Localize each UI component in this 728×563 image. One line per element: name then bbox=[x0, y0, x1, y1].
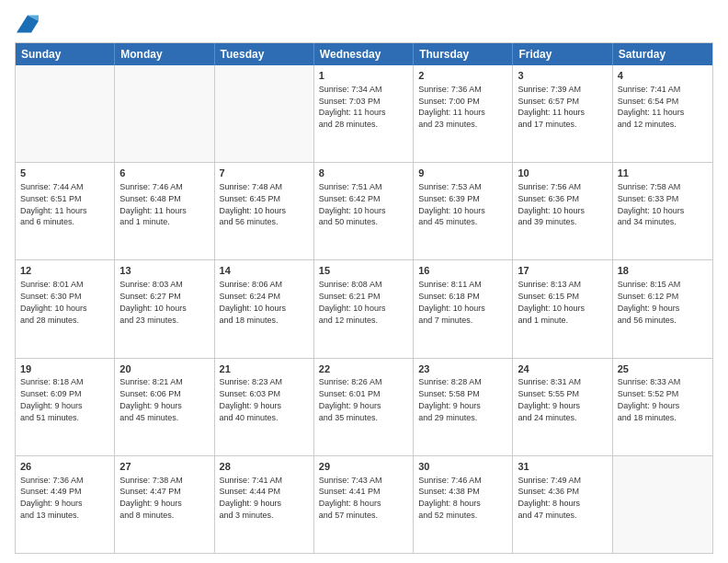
cell-text: Sunrise: 8:06 AM Sunset: 6:24 PM Dayligh… bbox=[220, 280, 287, 324]
calendar-cell: 11Sunrise: 7:58 AM Sunset: 6:33 PM Dayli… bbox=[613, 163, 712, 259]
day-header-monday: Monday bbox=[115, 43, 214, 65]
cell-text: Sunrise: 7:46 AM Sunset: 6:48 PM Dayligh… bbox=[119, 182, 187, 226]
day-number: 29 bbox=[319, 460, 408, 474]
day-number: 7 bbox=[220, 167, 309, 180]
day-number: 15 bbox=[319, 264, 408, 278]
day-number: 4 bbox=[618, 69, 708, 83]
day-number: 3 bbox=[518, 69, 607, 83]
calendar-cell: 29Sunrise: 7:43 AM Sunset: 4:41 PM Dayli… bbox=[314, 456, 414, 553]
cell-text: Sunrise: 7:43 AM Sunset: 4:41 PM Dayligh… bbox=[319, 476, 382, 520]
calendar-cell: 7Sunrise: 7:48 AM Sunset: 6:45 PM Daylig… bbox=[215, 163, 314, 259]
calendar-cell: 23Sunrise: 8:28 AM Sunset: 5:58 PM Dayli… bbox=[414, 359, 513, 455]
cell-text: Sunrise: 8:13 AM Sunset: 6:15 PM Dayligh… bbox=[518, 280, 585, 324]
calendar: SundayMondayTuesdayWednesdayThursdayFrid… bbox=[15, 42, 713, 554]
day-number: 24 bbox=[518, 362, 607, 376]
day-number: 13 bbox=[119, 264, 209, 278]
week-row: 12Sunrise: 8:01 AM Sunset: 6:30 PM Dayli… bbox=[16, 260, 712, 358]
calendar-cell: 16Sunrise: 8:11 AM Sunset: 6:18 PM Dayli… bbox=[414, 260, 513, 357]
day-header-saturday: Saturday bbox=[613, 43, 712, 65]
day-header-wednesday: Wednesday bbox=[314, 43, 414, 65]
day-number: 25 bbox=[618, 362, 708, 376]
calendar-cell: 28Sunrise: 7:41 AM Sunset: 4:44 PM Dayli… bbox=[215, 456, 314, 553]
cell-text: Sunrise: 7:44 AM Sunset: 6:51 PM Dayligh… bbox=[20, 182, 87, 226]
cell-text: Sunrise: 8:23 AM Sunset: 6:03 PM Dayligh… bbox=[220, 377, 283, 421]
calendar-cell: 17Sunrise: 8:13 AM Sunset: 6:15 PM Dayli… bbox=[513, 260, 612, 357]
calendar-cell: 1Sunrise: 7:34 AM Sunset: 7:03 PM Daylig… bbox=[314, 65, 414, 162]
logo bbox=[15, 15, 39, 33]
day-number: 9 bbox=[418, 167, 507, 180]
day-number: 30 bbox=[418, 460, 507, 474]
day-number: 28 bbox=[220, 460, 309, 474]
day-header-thursday: Thursday bbox=[414, 43, 513, 65]
day-number: 31 bbox=[518, 460, 607, 474]
calendar-cell: 18Sunrise: 8:15 AM Sunset: 6:12 PM Dayli… bbox=[613, 260, 712, 357]
cell-text: Sunrise: 7:39 AM Sunset: 6:57 PM Dayligh… bbox=[518, 85, 585, 129]
calendar-cell: 26Sunrise: 7:36 AM Sunset: 4:49 PM Dayli… bbox=[16, 456, 115, 553]
day-number: 10 bbox=[518, 167, 607, 180]
calendar-cell: 13Sunrise: 8:03 AM Sunset: 6:27 PM Dayli… bbox=[115, 260, 214, 357]
calendar-cell: 14Sunrise: 8:06 AM Sunset: 6:24 PM Dayli… bbox=[215, 260, 314, 357]
cell-text: Sunrise: 7:53 AM Sunset: 6:39 PM Dayligh… bbox=[418, 182, 485, 226]
day-number: 1 bbox=[319, 69, 408, 83]
calendar-cell: 8Sunrise: 7:51 AM Sunset: 6:42 PM Daylig… bbox=[314, 163, 414, 259]
calendar-cell bbox=[215, 65, 314, 162]
calendar-cell: 10Sunrise: 7:56 AM Sunset: 6:36 PM Dayli… bbox=[513, 163, 612, 259]
day-number: 2 bbox=[418, 69, 507, 83]
cell-text: Sunrise: 7:34 AM Sunset: 7:03 PM Dayligh… bbox=[319, 85, 386, 129]
day-number: 6 bbox=[119, 167, 209, 180]
cell-text: Sunrise: 8:26 AM Sunset: 6:01 PM Dayligh… bbox=[319, 377, 382, 421]
week-row: 19Sunrise: 8:18 AM Sunset: 6:09 PM Dayli… bbox=[16, 359, 712, 456]
day-number: 27 bbox=[119, 460, 209, 474]
cell-text: Sunrise: 7:49 AM Sunset: 4:36 PM Dayligh… bbox=[518, 476, 581, 520]
day-number: 26 bbox=[20, 460, 109, 474]
cell-text: Sunrise: 8:01 AM Sunset: 6:30 PM Dayligh… bbox=[20, 280, 87, 324]
header bbox=[15, 15, 713, 33]
logo-icon bbox=[17, 15, 39, 33]
cell-text: Sunrise: 7:36 AM Sunset: 7:00 PM Dayligh… bbox=[418, 85, 485, 129]
calendar-cell: 30Sunrise: 7:46 AM Sunset: 4:38 PM Dayli… bbox=[414, 456, 513, 553]
calendar-cell: 3Sunrise: 7:39 AM Sunset: 6:57 PM Daylig… bbox=[513, 65, 612, 162]
cell-text: Sunrise: 8:08 AM Sunset: 6:21 PM Dayligh… bbox=[319, 280, 386, 324]
cell-text: Sunrise: 7:46 AM Sunset: 4:38 PM Dayligh… bbox=[418, 476, 482, 520]
cell-text: Sunrise: 8:31 AM Sunset: 5:55 PM Dayligh… bbox=[518, 377, 581, 421]
calendar-cell bbox=[613, 456, 712, 553]
cell-text: Sunrise: 8:33 AM Sunset: 5:52 PM Dayligh… bbox=[618, 377, 681, 421]
day-number: 5 bbox=[20, 167, 109, 180]
day-number: 8 bbox=[319, 167, 408, 180]
calendar-cell: 19Sunrise: 8:18 AM Sunset: 6:09 PM Dayli… bbox=[16, 359, 115, 455]
day-number: 18 bbox=[618, 264, 708, 278]
calendar-cell: 9Sunrise: 7:53 AM Sunset: 6:39 PM Daylig… bbox=[414, 163, 513, 259]
calendar-cell bbox=[115, 65, 214, 162]
day-number: 11 bbox=[618, 167, 708, 180]
cell-text: Sunrise: 8:21 AM Sunset: 6:06 PM Dayligh… bbox=[119, 377, 183, 421]
day-number: 20 bbox=[119, 362, 209, 376]
day-number: 16 bbox=[418, 264, 507, 278]
day-number: 14 bbox=[220, 264, 309, 278]
cell-text: Sunrise: 7:58 AM Sunset: 6:33 PM Dayligh… bbox=[618, 182, 685, 226]
day-headers: SundayMondayTuesdayWednesdayThursdayFrid… bbox=[16, 43, 712, 65]
cell-text: Sunrise: 8:18 AM Sunset: 6:09 PM Dayligh… bbox=[20, 377, 84, 421]
day-number: 17 bbox=[518, 264, 607, 278]
cell-text: Sunrise: 8:28 AM Sunset: 5:58 PM Dayligh… bbox=[418, 377, 482, 421]
day-header-friday: Friday bbox=[513, 43, 612, 65]
calendar-cell: 20Sunrise: 8:21 AM Sunset: 6:06 PM Dayli… bbox=[115, 359, 214, 455]
cell-text: Sunrise: 8:11 AM Sunset: 6:18 PM Dayligh… bbox=[418, 280, 485, 324]
calendar-cell: 22Sunrise: 8:26 AM Sunset: 6:01 PM Dayli… bbox=[314, 359, 414, 455]
calendar-cell: 5Sunrise: 7:44 AM Sunset: 6:51 PM Daylig… bbox=[16, 163, 115, 259]
calendar-cell: 12Sunrise: 8:01 AM Sunset: 6:30 PM Dayli… bbox=[16, 260, 115, 357]
cell-text: Sunrise: 7:51 AM Sunset: 6:42 PM Dayligh… bbox=[319, 182, 386, 226]
calendar-cell: 4Sunrise: 7:41 AM Sunset: 6:54 PM Daylig… bbox=[613, 65, 712, 162]
calendar-body: 1Sunrise: 7:34 AM Sunset: 7:03 PM Daylig… bbox=[16, 65, 712, 553]
cell-text: Sunrise: 7:48 AM Sunset: 6:45 PM Dayligh… bbox=[220, 182, 287, 226]
cell-text: Sunrise: 7:36 AM Sunset: 4:49 PM Dayligh… bbox=[20, 476, 84, 520]
cell-text: Sunrise: 8:03 AM Sunset: 6:27 PM Dayligh… bbox=[119, 280, 187, 324]
calendar-cell: 31Sunrise: 7:49 AM Sunset: 4:36 PM Dayli… bbox=[513, 456, 612, 553]
week-row: 1Sunrise: 7:34 AM Sunset: 7:03 PM Daylig… bbox=[16, 65, 712, 163]
calendar-cell: 6Sunrise: 7:46 AM Sunset: 6:48 PM Daylig… bbox=[115, 163, 214, 259]
cell-text: Sunrise: 7:41 AM Sunset: 4:44 PM Dayligh… bbox=[220, 476, 283, 520]
calendar-cell: 27Sunrise: 7:38 AM Sunset: 4:47 PM Dayli… bbox=[115, 456, 214, 553]
cell-text: Sunrise: 8:15 AM Sunset: 6:12 PM Dayligh… bbox=[618, 280, 681, 324]
calendar-cell bbox=[16, 65, 115, 162]
week-row: 26Sunrise: 7:36 AM Sunset: 4:49 PM Dayli… bbox=[16, 456, 712, 553]
day-number: 23 bbox=[418, 362, 507, 376]
